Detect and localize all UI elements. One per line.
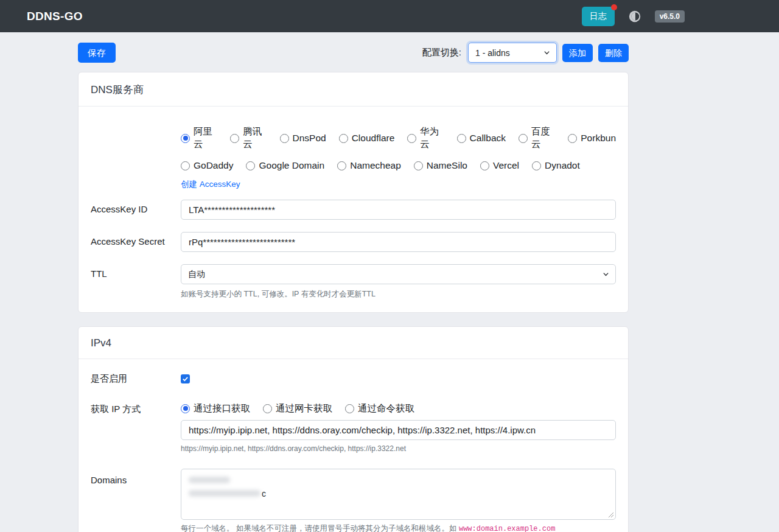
- resize-grip-icon[interactable]: [608, 512, 614, 518]
- provider-option-namesilo[interactable]: NameSilo: [414, 160, 467, 171]
- ttl-select[interactable]: 自动: [181, 264, 616, 284]
- ipv4-enable-checkbox[interactable]: [181, 374, 190, 383]
- ipv4-enable-row: 是否启用: [91, 373, 616, 385]
- ttl-help-text: 如账号支持更小的 TTL, 可修改。IP 有变化时才会更新TTL: [181, 289, 616, 300]
- provider-option-huawei[interactable]: 华为云: [407, 125, 444, 151]
- redacted-domain-line: [189, 477, 230, 483]
- provider-option-aliyun[interactable]: 阿里云: [181, 125, 217, 151]
- domains-row: Domains c 每行一个域名。 如果域名不可注册，请使用冒号手动将其分: [91, 469, 616, 532]
- domains-label: Domains: [91, 469, 181, 532]
- config-switch-label: 配置切换:: [422, 47, 461, 58]
- domain-example-code: www:domain.example.com: [459, 525, 555, 532]
- ip-method-options: 通过接口获取 通过网卡获取 通过命令获取: [181, 402, 616, 415]
- accesskey-id-row: AccessKey ID: [91, 200, 616, 220]
- provider-option-dnspod[interactable]: DnsPod: [280, 133, 326, 144]
- ip-method-label: 获取 IP 方式: [91, 402, 181, 454]
- accesskey-secret-label: AccessKey Secret: [91, 232, 181, 252]
- providers-line-2: GoDaddy Google Domain Namecheap NameSilo…: [181, 160, 616, 171]
- ip-api-url-input[interactable]: [181, 420, 616, 440]
- dns-provider-card: DNS服务商 阿里云 腾讯云 DnsPod Cloudflare 华为云 Cal…: [78, 72, 629, 313]
- accesskey-id-label: AccessKey ID: [91, 200, 181, 220]
- toolbar: 保存 配置切换: 1 - alidns 添加 删除: [78, 43, 629, 63]
- ip-method-option-command[interactable]: 通过命令获取: [345, 402, 414, 415]
- radio-icon: [457, 134, 466, 143]
- accesskey-id-input[interactable]: [181, 200, 616, 220]
- ip-api-help-text: https://myip.ipip.net, https://ddns.oray…: [181, 444, 616, 454]
- domains-help-text: 每行一个域名。 如果域名不可注册，请使用冒号手动将其分为子域名和根域名。如 ww…: [181, 523, 616, 532]
- ipv4-card: IPv4 是否启用 获取 IP 方式 通过接口获取 通过网卡获取 通过命令获取: [78, 326, 629, 532]
- accesskey-secret-row: AccessKey Secret: [91, 232, 616, 252]
- radio-icon: [407, 134, 416, 143]
- logs-button-label: 日志: [590, 11, 607, 21]
- provider-option-vercel[interactable]: Vercel: [480, 160, 519, 171]
- radio-icon: [480, 161, 489, 170]
- ip-method-option-netcard[interactable]: 通过网卡获取: [263, 402, 332, 415]
- save-button[interactable]: 保存: [78, 43, 116, 63]
- notification-dot: [611, 4, 617, 10]
- redacted-domain-line: c: [189, 489, 608, 499]
- radio-checked-icon: [181, 134, 190, 143]
- providers-row: 阿里云 腾讯云 DnsPod Cloudflare 华为云 Callback 百…: [91, 119, 616, 190]
- radio-icon: [339, 134, 348, 143]
- radio-checked-icon: [181, 404, 190, 413]
- provider-option-callback[interactable]: Callback: [457, 133, 506, 144]
- radio-icon: [263, 404, 272, 413]
- providers-line-1: 阿里云 腾讯云 DnsPod Cloudflare 华为云 Callback 百…: [181, 125, 616, 151]
- provider-option-porkbun[interactable]: Porkbun: [568, 133, 616, 144]
- check-icon: [182, 376, 189, 382]
- ttl-row: TTL 自动 如账号支持更小的 TTL, 可修改。IP 有变化时才会更新TTL: [91, 264, 616, 300]
- navbar: DDNS-GO 日志 v6.5.0: [0, 0, 779, 32]
- provider-option-baidu[interactable]: 百度云: [519, 125, 555, 151]
- add-config-button[interactable]: 添加: [562, 44, 593, 62]
- ipv4-card-title: IPv4: [79, 327, 628, 359]
- config-select[interactable]: 1 - alidns: [468, 43, 557, 63]
- navbar-right: 日志 v6.5.0: [582, 7, 685, 26]
- version-badge: v6.5.0: [655, 10, 685, 23]
- radio-icon: [337, 161, 346, 170]
- ipv4-enable-label: 是否启用: [91, 373, 181, 385]
- logs-button[interactable]: 日志: [582, 7, 615, 26]
- main-content: 保存 配置切换: 1 - alidns 添加 删除 DNS服务商 阿里云 腾讯云…: [78, 43, 629, 532]
- radio-icon: [230, 134, 239, 143]
- ip-method-row: 获取 IP 方式 通过接口获取 通过网卡获取 通过命令获取 https://my…: [91, 402, 616, 454]
- radio-icon: [568, 134, 577, 143]
- toolbar-right: 配置切换: 1 - alidns 添加 删除: [422, 43, 629, 63]
- radio-icon: [532, 161, 541, 170]
- radio-icon: [519, 134, 528, 143]
- ip-method-option-api[interactable]: 通过接口获取: [181, 402, 250, 415]
- ttl-label: TTL: [91, 264, 181, 300]
- radio-icon: [414, 161, 423, 170]
- dns-card-title: DNS服务商: [79, 72, 628, 107]
- radio-icon: [345, 404, 354, 413]
- provider-option-dynadot[interactable]: Dynadot: [532, 160, 580, 171]
- ttl-select-value: 自动: [188, 269, 205, 280]
- chevron-down-icon: [543, 49, 550, 56]
- create-accesskey-link[interactable]: 创建 AccessKey: [181, 179, 240, 190]
- radio-icon: [246, 161, 255, 170]
- theme-toggle-icon[interactable]: [628, 10, 641, 23]
- provider-option-google-domain[interactable]: Google Domain: [246, 160, 324, 171]
- app-brand: DDNS-GO: [27, 10, 83, 23]
- accesskey-secret-input[interactable]: [181, 232, 616, 252]
- provider-option-godaddy[interactable]: GoDaddy: [181, 160, 233, 171]
- delete-config-button[interactable]: 删除: [598, 44, 629, 62]
- chevron-down-icon: [603, 271, 609, 278]
- config-select-value: 1 - alidns: [475, 48, 510, 58]
- domains-textarea[interactable]: c: [181, 469, 616, 520]
- provider-option-cloudflare[interactable]: Cloudflare: [339, 133, 395, 144]
- provider-option-tencent[interactable]: 腾讯云: [230, 125, 267, 151]
- radio-icon: [181, 161, 190, 170]
- provider-option-namecheap[interactable]: Namecheap: [337, 160, 401, 171]
- radio-icon: [280, 134, 289, 143]
